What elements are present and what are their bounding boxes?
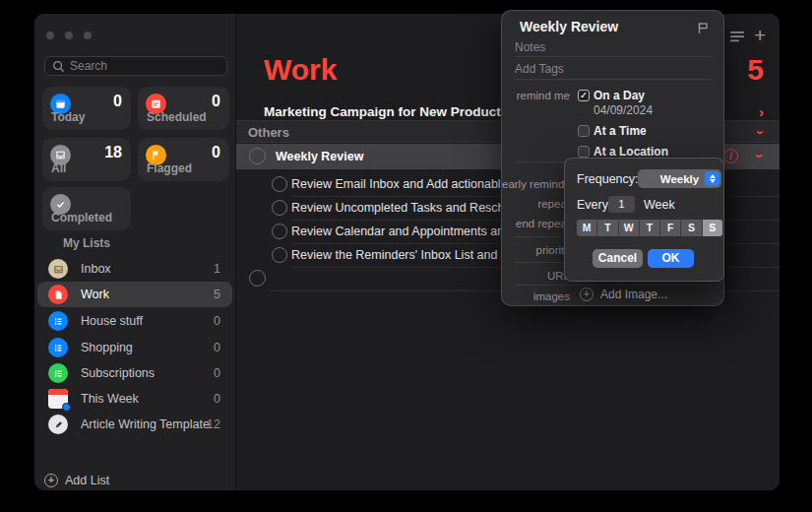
weekday-friday[interactable]: F	[660, 220, 681, 236]
scheduled-label: Scheduled	[147, 110, 207, 124]
weekday-thursday[interactable]: T	[640, 220, 660, 236]
weekday-segmented-control: M T W T F S S	[577, 220, 722, 236]
sidebar-item-subscriptions[interactable]: Subscriptions 0	[37, 360, 232, 386]
flagged-count: 0	[212, 144, 220, 161]
all-label: All	[51, 161, 66, 175]
new-task-circle[interactable]	[249, 270, 266, 287]
inbox-tray-icon	[48, 259, 68, 279]
task-complete-circle[interactable]	[272, 224, 287, 239]
weekday-monday[interactable]: M	[577, 220, 597, 236]
repeat-label: repeat	[502, 198, 570, 210]
shopping-list-icon	[48, 338, 68, 357]
sidebar-item-this-week[interactable]: This Week 0	[37, 386, 232, 412]
add-list-plus-icon: +	[44, 474, 58, 487]
repeat-frequency-popover: Frequency: Weekly Every 1 Week M T W T F…	[564, 158, 724, 282]
subtask-title: Review Uncompleted Tasks and Reschedule	[291, 201, 534, 215]
card-flagged[interactable]: 0 Flagged	[138, 138, 229, 181]
frequency-dropdown[interactable]: Weekly	[638, 169, 721, 188]
list-count: 12	[207, 417, 220, 431]
list-count: 0	[214, 366, 220, 380]
at-a-time-checkbox[interactable]	[578, 125, 590, 137]
task-complete-circle[interactable]	[272, 247, 287, 263]
list-name: This Week	[81, 392, 139, 406]
on-a-day-label: On a Day	[593, 89, 645, 102]
images-label: images	[502, 290, 570, 302]
task-title: Weekly Review	[276, 150, 363, 163]
weekday-saturday[interactable]: S	[681, 220, 702, 236]
view-options-icon[interactable]	[730, 30, 746, 47]
card-today[interactable]: 0 Today	[42, 87, 131, 130]
list-name: Article Writing Template	[81, 417, 210, 431]
window-zoom-button[interactable]	[84, 32, 92, 39]
task-info-icon[interactable]: i	[723, 149, 738, 163]
task-complete-circle[interactable]	[272, 176, 287, 192]
ok-button[interactable]: OK	[648, 249, 694, 268]
on-a-day-date[interactable]: 04/09/2024	[593, 103, 653, 117]
list-count: 0	[214, 314, 220, 328]
task-collapse-chevron-icon[interactable]: ›	[753, 154, 768, 159]
group-expand-chevron-icon[interactable]: ›	[759, 104, 764, 119]
weekday-sunday[interactable]: S	[703, 220, 722, 236]
sidebar-item-house-stuff[interactable]: House stuff 0	[37, 308, 232, 334]
list-name: Shopping	[81, 341, 133, 354]
dropdown-stepper-icon	[705, 171, 719, 186]
flag-icon[interactable]	[696, 21, 710, 38]
end-repeat-label: end repeat	[502, 218, 570, 229]
list-name: Subscriptions	[81, 366, 155, 380]
notes-field[interactable]: Notes	[515, 40, 545, 54]
sidebar-item-inbox[interactable]: Inbox 1	[37, 256, 232, 282]
divider	[515, 285, 711, 286]
url-label: URL	[502, 270, 570, 282]
card-scheduled[interactable]: 0 Scheduled	[138, 87, 229, 130]
card-all[interactable]: 18 All	[42, 138, 131, 181]
on-a-day-checkbox[interactable]: ✓	[578, 90, 590, 101]
completed-label: Completed	[51, 211, 112, 224]
add-list-label: Add List	[65, 474, 109, 487]
search-placeholder: Search	[70, 59, 107, 73]
sidebar-item-shopping[interactable]: Shopping 0	[37, 335, 232, 360]
weekday-wednesday[interactable]: W	[619, 220, 640, 236]
sidebar: Search 0 Today 0 Scheduled 18 All	[34, 14, 236, 490]
search-input[interactable]: Search	[44, 56, 227, 76]
sidebar-item-work[interactable]: Work 5	[37, 282, 232, 307]
sidebar-item-article-writing-template[interactable]: Article Writing Template 12	[37, 412, 232, 437]
flagged-label: Flagged	[147, 161, 192, 175]
cancel-button[interactable]: Cancel	[593, 249, 643, 268]
list-count: 5	[214, 288, 220, 301]
window-close-button[interactable]	[46, 32, 54, 39]
weekday-tuesday[interactable]: T	[597, 220, 618, 236]
window-minimize-button[interactable]	[65, 32, 73, 39]
popup-title: Weekly Review	[520, 19, 618, 34]
section-collapse-chevron-icon[interactable]: ›	[754, 130, 769, 135]
priority-label: priority	[502, 244, 570, 256]
scheduled-count: 0	[212, 93, 220, 110]
page-title: Work	[264, 53, 337, 87]
smart-list-badge-icon	[62, 403, 71, 412]
list-count: 0	[214, 341, 220, 354]
list-name: Inbox	[81, 262, 111, 276]
early-reminder-label: early reminder	[502, 178, 570, 190]
every-value-input[interactable]: 1	[608, 196, 635, 213]
at-a-location-checkbox[interactable]	[578, 146, 590, 158]
add-image-plus-icon: +	[580, 288, 593, 301]
at-a-location-label: At a Location	[593, 145, 668, 159]
list-total-count: 5	[747, 53, 764, 87]
task-complete-circle[interactable]	[249, 148, 266, 164]
today-label: Today	[51, 110, 85, 124]
all-count: 18	[104, 144, 122, 161]
add-image-button[interactable]: + Add Image...	[580, 288, 667, 301]
at-a-time-label: At a Time	[593, 124, 647, 138]
list-count: 0	[214, 392, 220, 406]
search-icon	[52, 60, 65, 73]
add-list-button[interactable]: + Add List	[44, 474, 109, 487]
card-completed[interactable]: Completed	[42, 187, 131, 230]
this-week-calendar-icon	[48, 389, 68, 409]
add-reminder-icon[interactable]: +	[754, 24, 766, 47]
add-tags-field[interactable]: Add Tags	[515, 62, 564, 76]
frequency-label: Frequency:	[577, 172, 639, 186]
task-complete-circle[interactable]	[272, 200, 287, 216]
group-header: Marketing Campaign for New Product Lau	[264, 104, 529, 119]
house-stuff-list-icon	[48, 311, 68, 331]
section-others-label: Others	[248, 125, 289, 140]
list-name: Work	[81, 288, 109, 301]
